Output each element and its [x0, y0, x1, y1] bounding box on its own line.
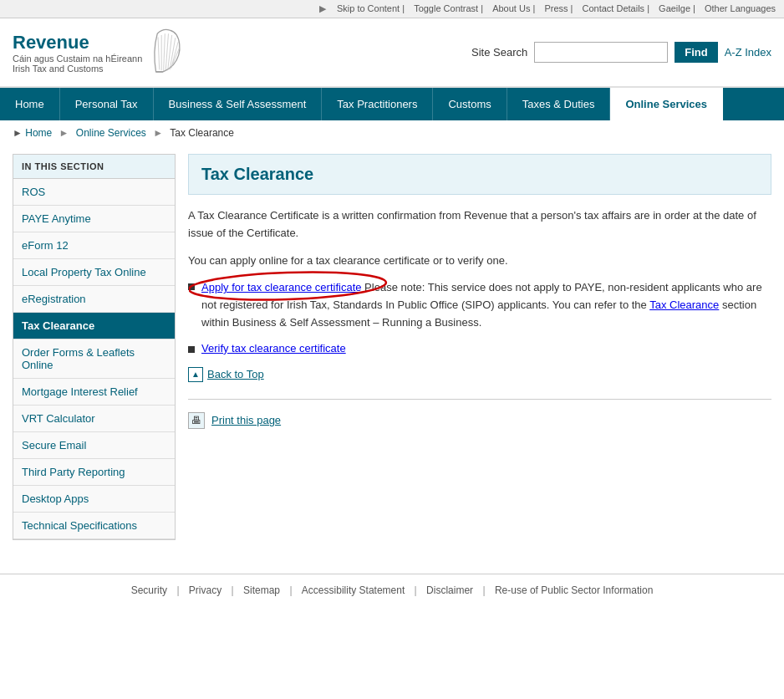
print-icon: 🖶	[188, 412, 205, 429]
harp-logo	[149, 27, 184, 78]
toggle-contrast-link[interactable]: Toggle Contrast	[414, 3, 478, 13]
svg-line-2	[164, 33, 165, 71]
sidebar-item-eregistration[interactable]: eRegistration	[13, 286, 175, 313]
main-nav: Home Personal Tax Business & Self Assess…	[0, 88, 784, 120]
find-button[interactable]: Find	[675, 42, 717, 63]
nav-business[interactable]: Business & Self Assessment	[154, 88, 323, 120]
search-area: Site Search Find A-Z Index	[471, 42, 771, 63]
nav-customs[interactable]: Customs	[433, 88, 507, 120]
verify-tax-clearance-link[interactable]: Verify tax clearance certificate	[201, 342, 346, 355]
sidebar-item-third-party[interactable]: Third Party Reporting	[13, 459, 175, 486]
intro-paragraph-2: You can apply online for a tax clearance…	[188, 253, 771, 270]
print-link[interactable]: Print this page	[211, 414, 281, 426]
breadcrumb-home-link[interactable]: Home	[25, 127, 52, 139]
footer-sitemap-link[interactable]: Sitemap	[243, 584, 280, 596]
footer-security-link[interactable]: Security	[131, 584, 167, 596]
footer-privacy-link[interactable]: Privacy	[189, 584, 221, 596]
breadcrumb-arrow: ►	[13, 127, 23, 139]
search-input[interactable]	[534, 42, 668, 63]
back-to-top-section: ▲ Back to Top	[188, 367, 771, 382]
page-title: Tax Clearance	[201, 165, 758, 184]
header: Revenue Cáin agus Custaim na hÉireann Ir…	[0, 18, 784, 88]
sidebar-item-order-forms[interactable]: Order Forms & Leaflets Online	[13, 339, 175, 379]
sidebar: IN THIS SECTION ROS PAYE Anytime eForm 1…	[13, 154, 176, 540]
other-languages-link[interactable]: Other Languages	[705, 3, 776, 13]
page-title-box: Tax Clearance	[188, 154, 771, 195]
logo-area: Revenue Cáin agus Custaim na hÉireann Ir…	[13, 27, 184, 78]
apply-tax-clearance-link[interactable]: Apply for tax clearance certificate	[201, 281, 361, 293]
sidebar-item-ros[interactable]: ROS	[13, 179, 175, 206]
main-content: Tax Clearance A Tax Clearance Certificat…	[188, 154, 771, 540]
nav-online-services[interactable]: Online Services	[610, 88, 723, 120]
footer-accessibility-link[interactable]: Accessibility Statement	[302, 584, 405, 596]
content-wrapper: IN THIS SECTION ROS PAYE Anytime eForm 1…	[0, 145, 784, 548]
breadcrumb-sep2: ►	[153, 127, 163, 139]
search-label: Site Search	[471, 46, 527, 59]
nav-practitioners[interactable]: Tax Practitioners	[322, 88, 433, 120]
contact-details-link[interactable]: Contact Details	[583, 3, 645, 13]
breadcrumb-online-services-link[interactable]: Online Services	[76, 127, 146, 139]
svg-line-3	[165, 33, 168, 71]
sidebar-item-secure-email[interactable]: Secure Email	[13, 432, 175, 459]
gaeilge-link[interactable]: Gaeilge	[659, 3, 690, 13]
apply-link-row: Apply for tax clearance certificate Plea…	[188, 279, 771, 331]
footer-disclaimer-link[interactable]: Disclaimer	[426, 584, 473, 596]
sidebar-item-paye-anytime[interactable]: PAYE Anytime	[13, 206, 175, 232]
breadcrumb-current: Tax Clearance	[170, 127, 234, 139]
nav-home[interactable]: Home	[0, 88, 60, 120]
logo-subtitle-irish: Cáin agus Custaim na hÉireann	[13, 54, 142, 64]
svg-line-0	[158, 37, 160, 69]
press-link[interactable]: Press	[544, 3, 568, 13]
apply-link-circle-container: Apply for tax clearance certificate	[201, 281, 361, 293]
logo-subtitle-english: Irish Tax and Customs	[13, 64, 142, 74]
back-to-top-icon: ▲	[188, 367, 203, 382]
about-us-link[interactable]: About Us	[492, 3, 530, 13]
nav-taxes-duties[interactable]: Taxes & Duties	[507, 88, 611, 120]
intro-paragraph-1: A Tax Clearance Certificate is a written…	[188, 207, 771, 242]
svg-line-4	[168, 35, 172, 70]
sidebar-item-desktop-apps[interactable]: Desktop Apps	[13, 486, 175, 513]
back-to-top-link[interactable]: Back to Top	[207, 368, 264, 380]
tax-clearance-ref-link[interactable]: Tax Clearance	[649, 298, 719, 311]
sidebar-item-mortgage[interactable]: Mortgage Interest Relief	[13, 379, 175, 406]
bullet-icon-2	[188, 346, 195, 353]
sidebar-item-technical-specs[interactable]: Technical Specifications	[13, 513, 175, 539]
skip-to-content-link[interactable]: Skip to Content	[337, 3, 400, 13]
footer: Security | Privacy | Sitemap | Accessibi…	[0, 574, 784, 606]
utility-bar: ▶ Skip to Content | Toggle Contrast | Ab…	[0, 0, 784, 18]
sidebar-section-header: IN THIS SECTION	[13, 155, 175, 179]
logo-title: Revenue	[13, 32, 142, 54]
breadcrumb-sep1: ►	[59, 127, 69, 139]
sidebar-item-eform12[interactable]: eForm 12	[13, 232, 175, 259]
breadcrumb: ► Home ► Online Services ► Tax Clearance	[0, 120, 784, 145]
verify-link-row: Verify tax clearance certificate	[188, 342, 771, 355]
footer-reuse-link[interactable]: Re-use of Public Sector Information	[495, 584, 653, 596]
az-index-link[interactable]: A-Z Index	[725, 46, 771, 59]
bullet-icon-1	[188, 283, 195, 290]
sidebar-item-tax-clearance[interactable]: Tax Clearance	[13, 313, 175, 339]
sidebar-item-local-property-tax[interactable]: Local Property Tax Online	[13, 259, 175, 286]
nav-personal-tax[interactable]: Personal Tax	[60, 88, 154, 120]
sidebar-item-vrt[interactable]: VRT Calculator	[13, 406, 175, 432]
print-section: 🖶 Print this page	[188, 399, 771, 429]
